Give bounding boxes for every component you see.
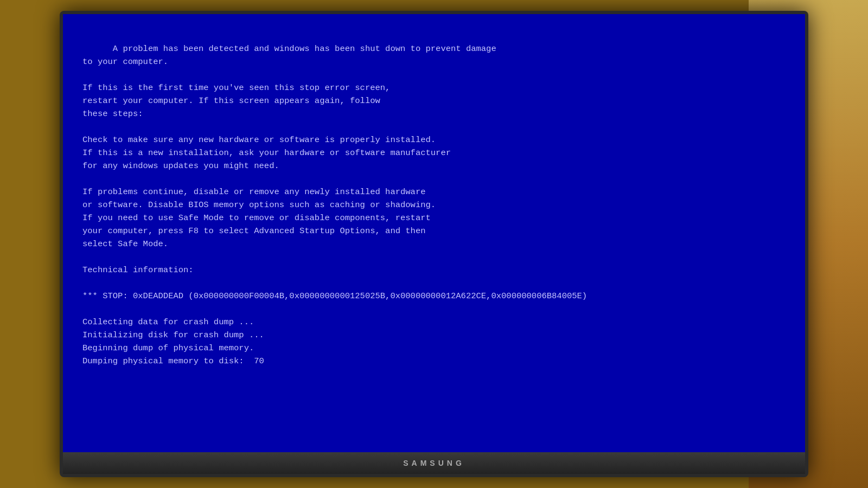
bsod-line1: A problem has been detected and windows … bbox=[82, 44, 496, 67]
brand-label: SAMSUNG bbox=[403, 459, 465, 467]
bsod-line7: Collecting data for crash dump ... Initi… bbox=[82, 317, 264, 366]
bsod-line2: If this is the first time you've seen th… bbox=[82, 83, 390, 119]
monitor-screen: A problem has been detected and windows … bbox=[63, 14, 805, 452]
monitor-bottom-bar: SAMSUNG bbox=[63, 452, 805, 474]
bsod-line4: If problems continue, disable or remove … bbox=[82, 187, 436, 249]
bsod-line5: Technical information: bbox=[82, 265, 194, 275]
bsod-line3: Check to make sure any new hardware or s… bbox=[82, 135, 451, 171]
bsod-content: A problem has been detected and windows … bbox=[82, 29, 786, 381]
bsod-line6: *** STOP: 0xDEADDEAD (0x000000000F00004B… bbox=[82, 291, 587, 301]
outer-frame: A problem has been detected and windows … bbox=[60, 11, 808, 477]
